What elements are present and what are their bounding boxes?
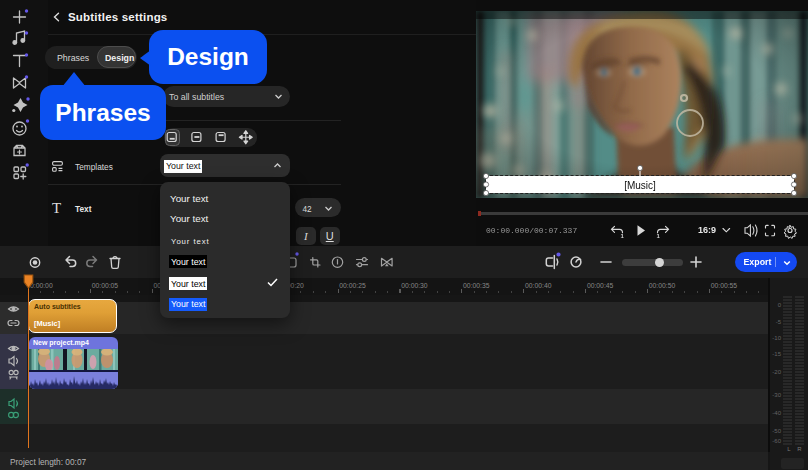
svg-text:1: 1	[621, 233, 625, 239]
svg-text:1: 1	[657, 233, 661, 239]
